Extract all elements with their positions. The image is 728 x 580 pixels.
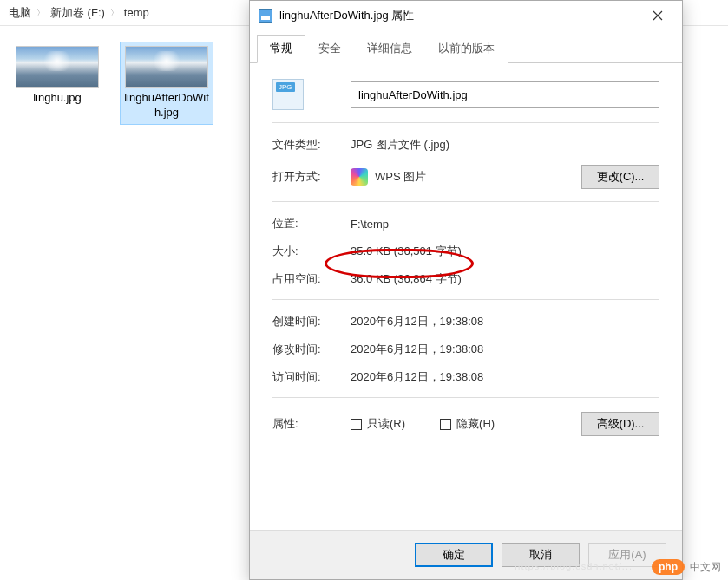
advanced-button[interactable]: 高级(D)... (581, 412, 659, 436)
value-opens-with: WPS 图片 (375, 169, 426, 185)
value-modified: 2020年6月12日，19:38:08 (351, 342, 659, 357)
ok-button[interactable]: 确定 (415, 543, 493, 567)
value-size-on-disk: 36.0 KB (36,864 字节) (351, 271, 659, 287)
label-created: 创建时间: (272, 314, 351, 329)
value-accessed: 2020年6月12日，19:38:08 (351, 369, 659, 385)
hidden-checkbox[interactable]: 隐藏(H) (440, 416, 495, 432)
readonly-label: 只读(R) (367, 416, 405, 432)
image-thumbnail-icon (125, 46, 208, 88)
chevron-right-icon: 〉 (110, 7, 119, 19)
watermark-text: 中文网 (690, 560, 721, 575)
file-item[interactable]: linghuAfterDoWith.jpg (120, 42, 213, 125)
breadcrumb-part[interactable]: temp (124, 6, 149, 19)
properties-dialog: linghuAfterDoWith.jpg 属性 常规 安全 详细信息 以前的版… (249, 0, 683, 580)
label-modified: 修改时间: (272, 342, 351, 357)
tab-general[interactable]: 常规 (257, 35, 305, 63)
wps-app-icon (351, 168, 368, 186)
file-label: linghuAfterDoWith.jpg (124, 91, 209, 121)
change-button[interactable]: 更改(C)... (581, 165, 659, 189)
divider (272, 299, 659, 300)
filename-input[interactable] (351, 81, 659, 108)
breadcrumb-part[interactable]: 电脑 (9, 5, 31, 21)
value-created: 2020年6月12日，19:38:08 (351, 314, 659, 329)
faint-watermark: https://blog.csdn.net/... (515, 561, 633, 571)
value-location: F:\temp (351, 218, 659, 231)
file-badge: JPG (276, 82, 295, 92)
divider (272, 397, 659, 398)
close-button[interactable] (640, 3, 675, 28)
hidden-label: 隐藏(H) (456, 416, 495, 432)
jpg-file-icon (259, 9, 272, 23)
value-filetype: JPG 图片文件 (.jpg) (351, 137, 659, 153)
tab-body-general: JPG 文件类型: JPG 图片文件 (.jpg) 打开方式: WPS 图片 更… (250, 63, 682, 530)
watermark-badge: php (652, 559, 685, 575)
dialog-titlebar[interactable]: linghuAfterDoWith.jpg 属性 (250, 1, 682, 30)
divider (272, 201, 659, 202)
label-accessed: 访问时间: (272, 369, 351, 385)
tab-details[interactable]: 详细信息 (354, 35, 425, 63)
divider (272, 122, 659, 123)
tab-previous-versions[interactable]: 以前的版本 (425, 35, 508, 63)
breadcrumb-part[interactable]: 新加卷 (F:) (50, 5, 105, 21)
dialog-title: linghuAfterDoWith.jpg 属性 (279, 8, 640, 23)
readonly-checkbox[interactable]: 只读(R) (351, 416, 405, 432)
value-size: 35.6 KB (36,501 字节) (351, 244, 659, 259)
checkbox-icon (440, 419, 451, 430)
dialog-footer: 确定 取消 应用(A) (250, 530, 682, 579)
watermark: php 中文网 (652, 559, 721, 575)
label-attributes: 属性: (272, 416, 351, 432)
tab-security[interactable]: 安全 (305, 35, 354, 63)
file-label: linghu.jpg (33, 91, 82, 106)
label-location: 位置: (272, 216, 351, 231)
file-item[interactable]: linghu.jpg (10, 42, 104, 125)
close-icon (653, 10, 663, 21)
label-filetype: 文件类型: (272, 137, 351, 153)
label-size: 大小: (272, 244, 351, 259)
checkbox-icon (351, 419, 362, 430)
image-thumbnail-icon (16, 46, 99, 88)
label-size-on-disk: 占用空间: (272, 271, 351, 287)
tab-bar: 常规 安全 详细信息 以前的版本 (250, 34, 682, 63)
label-opens-with: 打开方式: (272, 169, 351, 185)
jpg-file-icon: JPG (272, 79, 304, 110)
chevron-right-icon: 〉 (36, 7, 45, 19)
